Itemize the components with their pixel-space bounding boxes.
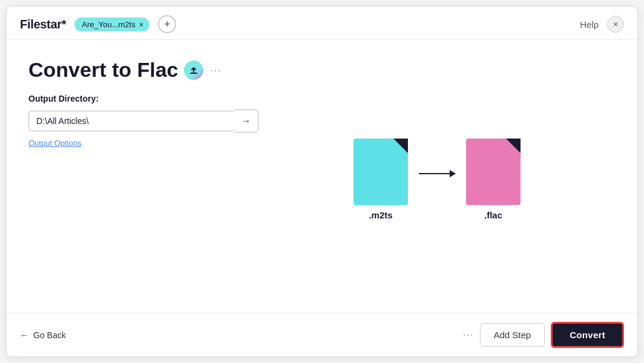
- header-right: Help ×: [580, 16, 624, 33]
- header-left: Filestar* Are_You...m2ts × +: [20, 15, 176, 33]
- file-tab[interactable]: Are_You...m2ts ×: [74, 18, 150, 31]
- page-title-row: Convert to Flac ···: [28, 58, 258, 82]
- output-directory-row: →: [28, 110, 258, 132]
- help-link[interactable]: Help: [580, 19, 599, 30]
- target-file-label: .flac: [484, 210, 502, 220]
- right-panel: .m2ts .flac: [258, 58, 616, 301]
- source-file-icon: .m2ts: [353, 139, 408, 220]
- output-directory-input[interactable]: [28, 111, 234, 131]
- header: Filestar* Are_You...m2ts × + Help ×: [7, 7, 637, 40]
- app-title: Filestar*: [20, 18, 66, 31]
- file-tab-label: Are_You...m2ts: [82, 20, 135, 29]
- target-file-corner: [506, 139, 521, 153]
- go-back-arrow-icon: ←: [20, 330, 28, 340]
- go-back-label: Go Back: [33, 330, 66, 340]
- target-file-icon: .flac: [466, 139, 521, 220]
- footer-more-options-icon[interactable]: ···: [462, 329, 473, 341]
- go-back-button[interactable]: ← Go Back: [20, 330, 66, 340]
- source-file-label: .m2ts: [369, 210, 392, 220]
- left-panel: Convert to Flac ··· Output Directory: →: [28, 58, 258, 301]
- footer: ← Go Back ··· Add Step Convert: [7, 313, 637, 356]
- conversion-arrow: [419, 173, 455, 174]
- more-options-icon[interactable]: ···: [209, 63, 222, 77]
- source-file-corner: [393, 139, 408, 153]
- app-window: Filestar* Are_You...m2ts × + Help × Conv…: [6, 6, 638, 357]
- output-options-link[interactable]: Output Options: [28, 139, 81, 148]
- main-content: Convert to Flac ··· Output Directory: →: [7, 40, 637, 313]
- conversion-visual: .m2ts .flac: [353, 139, 521, 220]
- arrow-line: [419, 173, 455, 174]
- close-button[interactable]: ×: [607, 16, 624, 33]
- close-tab-icon[interactable]: ×: [139, 21, 144, 28]
- output-directory-arrow-button[interactable]: →: [234, 110, 258, 132]
- upload-icon-button[interactable]: [184, 60, 203, 80]
- target-file-shape: [466, 139, 521, 205]
- output-directory-label: Output Directory:: [28, 94, 258, 103]
- footer-right: ··· Add Step Convert: [462, 322, 624, 348]
- add-tab-button[interactable]: +: [158, 15, 176, 33]
- convert-button[interactable]: Convert: [551, 322, 624, 348]
- page-title: Convert to Flac: [28, 58, 178, 82]
- add-step-button[interactable]: Add Step: [480, 323, 545, 347]
- source-file-shape: [353, 139, 408, 205]
- output-directory-section: Output Directory: → Output Options: [28, 94, 258, 148]
